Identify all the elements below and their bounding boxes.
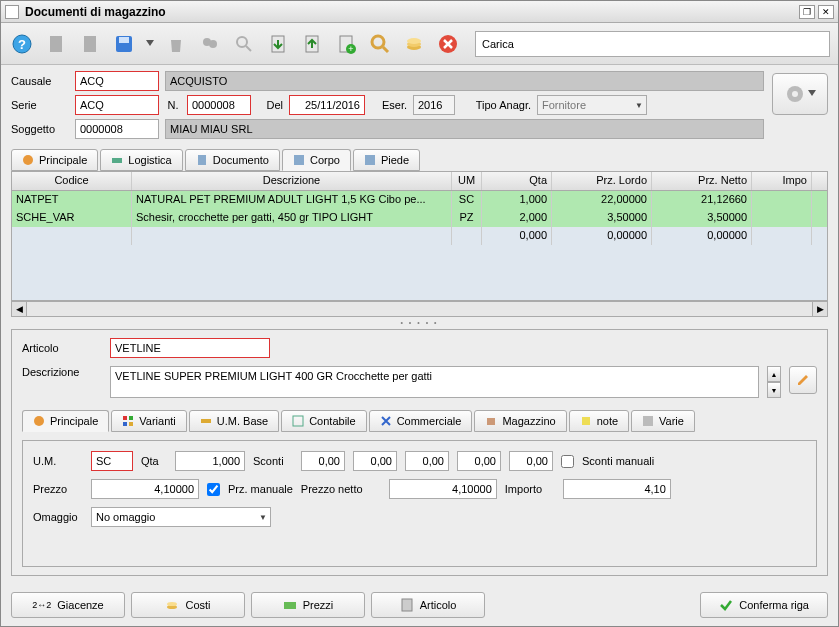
- causale-code-input[interactable]: [75, 71, 159, 91]
- col-lordo[interactable]: Prz. Lordo: [552, 172, 652, 190]
- detail-subtabs: Principale Varianti U.M. Base Contabile …: [22, 410, 817, 432]
- note-icon: [580, 415, 592, 427]
- giacenze-prefix: 2↔2: [32, 600, 51, 610]
- sconto-4-input[interactable]: [457, 451, 501, 471]
- importo-input[interactable]: [563, 479, 671, 499]
- desc-down-button[interactable]: ▼: [767, 382, 781, 398]
- tab-principale[interactable]: Principale: [11, 149, 98, 171]
- table-row[interactable]: NATPETNATURAL PET PREMIUM ADULT LIGHT 1,…: [12, 191, 827, 209]
- serie-code-input[interactable]: [75, 95, 159, 115]
- costi-button[interactable]: Costi: [131, 592, 245, 618]
- tab-corpo[interactable]: Corpo: [282, 149, 351, 171]
- svg-rect-30: [129, 416, 133, 420]
- add-line-icon[interactable]: +: [333, 31, 359, 57]
- conferma-riga-button[interactable]: Conferma riga: [700, 592, 828, 618]
- subtab-umbase[interactable]: U.M. Base: [189, 410, 279, 432]
- scroll-left-button[interactable]: ◀: [11, 301, 27, 317]
- subtab-note[interactable]: note: [569, 410, 629, 432]
- svg-rect-37: [643, 416, 653, 426]
- col-qta[interactable]: Qta: [482, 172, 552, 190]
- find-icon[interactable]: [367, 31, 393, 57]
- export-icon[interactable]: [299, 31, 325, 57]
- sconti-label: Sconti: [253, 455, 293, 467]
- articolo-button[interactable]: Articolo: [371, 592, 485, 618]
- soggetto-desc: MIAU MIAU SRL: [165, 119, 764, 139]
- subtab-varianti[interactable]: Varianti: [111, 410, 186, 432]
- prz-manuale-checkbox[interactable]: [207, 483, 220, 496]
- chevron-down-icon: [808, 90, 816, 98]
- svg-rect-41: [402, 599, 412, 611]
- star-icon: [33, 415, 45, 427]
- qta-input[interactable]: [175, 451, 245, 471]
- carica-field[interactable]: Carica: [475, 31, 830, 57]
- new-doc2-icon[interactable]: [77, 31, 103, 57]
- svg-point-28: [34, 416, 44, 426]
- import-icon[interactable]: [265, 31, 291, 57]
- subtab-principale[interactable]: Principale: [22, 410, 109, 432]
- splitter[interactable]: • • • • •: [11, 317, 828, 329]
- sconto-5-input[interactable]: [509, 451, 553, 471]
- giacenze-button[interactable]: 2↔2Giacenze: [11, 592, 125, 618]
- svg-rect-27: [365, 155, 375, 165]
- col-netto[interactable]: Prz. Netto: [652, 172, 752, 190]
- soggetto-code-input[interactable]: [75, 119, 159, 139]
- scroll-track[interactable]: [27, 301, 812, 317]
- omaggio-select[interactable]: No omaggio: [91, 507, 271, 527]
- importo-label: Importo: [505, 483, 555, 495]
- tipo-anagr-label: Tipo Anagr.: [461, 99, 531, 111]
- tab-logistica[interactable]: Logistica: [100, 149, 182, 171]
- users-icon[interactable]: [197, 31, 223, 57]
- settings-button[interactable]: [772, 73, 828, 115]
- causale-label: Causale: [11, 75, 69, 87]
- um-input[interactable]: [91, 451, 133, 471]
- subtab-contabile[interactable]: Contabile: [281, 410, 366, 432]
- col-impo[interactable]: Impo: [752, 172, 812, 190]
- prezzo-netto-input[interactable]: [389, 479, 497, 499]
- svg-line-9: [246, 46, 251, 51]
- new-doc-icon[interactable]: [43, 31, 69, 57]
- n-label: N.: [165, 99, 181, 111]
- table-row[interactable]: 0,0000,000000,00000: [12, 227, 827, 245]
- coins-icon[interactable]: [401, 31, 427, 57]
- subtab-varie[interactable]: Varie: [631, 410, 695, 432]
- subtab-magazzino[interactable]: Magazzino: [474, 410, 566, 432]
- subtab-commerciale[interactable]: Commerciale: [369, 410, 473, 432]
- save-icon[interactable]: [111, 31, 137, 57]
- table-row[interactable]: SCHE_VARSchesir, crocchette per gatti, 4…: [12, 209, 827, 227]
- help-icon[interactable]: ?: [9, 31, 35, 57]
- desc-up-button[interactable]: ▲: [767, 366, 781, 382]
- grid-hscroll[interactable]: ◀ ▶: [11, 301, 828, 317]
- articolo-input[interactable]: [110, 338, 270, 358]
- money-icon: [283, 598, 297, 612]
- star-icon: [22, 154, 34, 166]
- causale-desc: ACQUISTO: [165, 71, 764, 91]
- n-input[interactable]: [187, 95, 251, 115]
- sconti-manuali-checkbox[interactable]: [561, 455, 574, 468]
- window-close-button[interactable]: ✕: [818, 5, 834, 19]
- prezzi-button[interactable]: Prezzi: [251, 592, 365, 618]
- tab-piede[interactable]: Piede: [353, 149, 420, 171]
- prezzo-input[interactable]: [91, 479, 199, 499]
- col-descrizione[interactable]: Descrizione: [132, 172, 452, 190]
- col-codice[interactable]: Codice: [12, 172, 132, 190]
- window-restore-button[interactable]: ❐: [799, 5, 815, 19]
- close-icon[interactable]: [435, 31, 461, 57]
- truck-icon: [111, 154, 123, 166]
- svg-rect-33: [201, 419, 211, 423]
- edit-descrizione-button[interactable]: [789, 366, 817, 394]
- del-input[interactable]: [289, 95, 365, 115]
- save-dropdown-icon[interactable]: [145, 31, 155, 57]
- sconto-1-input[interactable]: [301, 451, 345, 471]
- svg-point-39: [167, 602, 177, 606]
- scroll-right-button[interactable]: ▶: [812, 301, 828, 317]
- tab-documento[interactable]: Documento: [185, 149, 280, 171]
- trash-icon[interactable]: [163, 31, 189, 57]
- grid: Codice Descrizione UM Qta Prz. Lordo Prz…: [11, 171, 828, 301]
- grid-body[interactable]: NATPETNATURAL PET PREMIUM ADULT LIGHT 1,…: [12, 191, 827, 300]
- search-icon[interactable]: [231, 31, 257, 57]
- col-um[interactable]: UM: [452, 172, 482, 190]
- sconto-2-input[interactable]: [353, 451, 397, 471]
- svg-point-8: [237, 37, 247, 47]
- descrizione-text[interactable]: VETLINE SUPER PREMIUM LIGHT 400 GR Crocc…: [110, 366, 759, 398]
- sconto-3-input[interactable]: [405, 451, 449, 471]
